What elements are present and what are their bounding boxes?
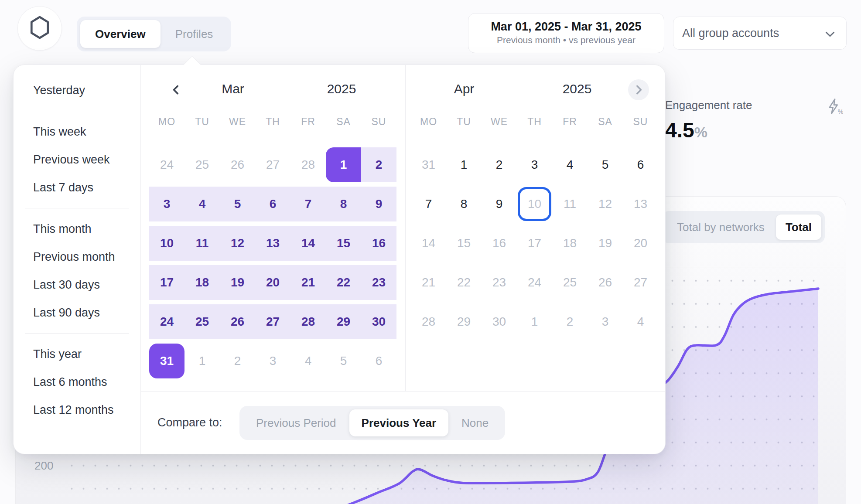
calendar-day[interactable]: 2 <box>361 147 396 182</box>
calendar-day[interactable]: 24 <box>149 147 184 182</box>
calendar-day[interactable]: 4 <box>623 304 658 339</box>
calendar-day[interactable]: 21 <box>290 265 326 300</box>
calendar-day[interactable]: 12 <box>220 226 255 261</box>
accounts-dropdown[interactable]: All group accounts <box>673 17 847 50</box>
calendar-day[interactable]: 25 <box>184 304 220 339</box>
calendar-day[interactable]: 28 <box>290 304 326 339</box>
calendar-day[interactable]: 8 <box>446 187 482 221</box>
calendar-day[interactable]: 26 <box>220 147 255 182</box>
calendar-day[interactable]: 1 <box>326 147 361 182</box>
compare-previous-period[interactable]: Previous Period <box>243 416 349 430</box>
calendar-day[interactable]: 8 <box>326 187 361 221</box>
calendar-day[interactable]: 31 <box>411 147 446 182</box>
calendar-day[interactable]: 24 <box>149 304 184 339</box>
preset-yesterday[interactable]: Yesterday <box>14 76 140 104</box>
calendar-day[interactable]: 21 <box>411 265 446 300</box>
date-range-button[interactable]: Mar 01, 2025 - Mar 31, 2025 Previous mon… <box>468 13 664 53</box>
calendar-day[interactable]: 30 <box>361 304 396 339</box>
calendar-day[interactable]: 12 <box>588 187 623 221</box>
calendar-day[interactable]: 9 <box>361 187 396 221</box>
preset-this-month[interactable]: This month <box>14 215 140 243</box>
preset-last-90-days[interactable]: Last 90 days <box>14 299 140 327</box>
calendar-day[interactable]: 3 <box>149 187 184 221</box>
calendar-day[interactable]: 1 <box>446 147 482 182</box>
preset-last-7-days[interactable]: Last 7 days <box>14 174 140 201</box>
calendar-day[interactable]: 5 <box>220 187 255 221</box>
calendar-day[interactable]: 11 <box>552 187 588 221</box>
calendar-day[interactable]: 6 <box>623 147 658 182</box>
calendar-day[interactable]: 19 <box>220 265 255 300</box>
calendar-day[interactable]: 26 <box>220 304 255 339</box>
prev-month-button[interactable] <box>166 79 187 100</box>
calendar-day[interactable]: 20 <box>623 226 658 261</box>
calendar-day[interactable]: 23 <box>482 265 517 300</box>
preset-previous-week[interactable]: Previous week <box>14 146 140 174</box>
calendar-day[interactable]: 18 <box>552 226 588 261</box>
calendar-day[interactable]: 2 <box>482 147 517 182</box>
next-month-button[interactable] <box>628 79 649 100</box>
calendar-day[interactable]: 4 <box>184 187 220 221</box>
preset-previous-month[interactable]: Previous month <box>14 243 140 271</box>
calendar-day[interactable]: 7 <box>290 187 326 221</box>
calendar-day[interactable]: 25 <box>552 265 588 300</box>
calendar-day[interactable]: 6 <box>255 187 290 221</box>
tab-profiles[interactable]: Profiles <box>161 20 228 48</box>
toggle-total-by-networks[interactable]: Total by networks <box>666 221 776 234</box>
calendar-day[interactable]: 27 <box>623 265 658 300</box>
preset-this-week[interactable]: This week <box>14 118 140 146</box>
calendar-day[interactable]: 17 <box>517 226 552 261</box>
calendar-day[interactable]: 1 <box>184 344 220 378</box>
calendar-day[interactable]: 5 <box>588 147 623 182</box>
calendar-day[interactable]: 16 <box>361 226 396 261</box>
calendar-day[interactable]: 2 <box>220 344 255 378</box>
calendar-day[interactable]: 22 <box>326 265 361 300</box>
calendar-day[interactable]: 13 <box>255 226 290 261</box>
calendar-day[interactable]: 28 <box>411 304 446 339</box>
calendar-day[interactable]: 29 <box>446 304 482 339</box>
calendar-day[interactable]: 3 <box>255 344 290 378</box>
calendar-day[interactable]: 30 <box>482 304 517 339</box>
calendar-day[interactable]: 27 <box>255 304 290 339</box>
calendar-day[interactable]: 23 <box>361 265 396 300</box>
calendar-day[interactable]: 17 <box>149 265 184 300</box>
calendar-day[interactable]: 16 <box>482 226 517 261</box>
preset-last-6-months[interactable]: Last 6 months <box>14 368 140 396</box>
calendar-day[interactable]: 25 <box>184 147 220 182</box>
preset-this-year[interactable]: This year <box>14 340 140 368</box>
calendar-day[interactable]: 31 <box>149 344 184 378</box>
calendar-day[interactable]: 4 <box>552 147 588 182</box>
calendar-day[interactable]: 15 <box>326 226 361 261</box>
toggle-total[interactable]: Total <box>776 215 821 240</box>
calendar-day[interactable]: 10 <box>517 187 552 221</box>
calendar-day[interactable]: 15 <box>446 226 482 261</box>
calendar-day[interactable]: 1 <box>517 304 552 339</box>
calendar-day[interactable]: 3 <box>517 147 552 182</box>
calendar-day[interactable]: 2 <box>552 304 588 339</box>
calendar-day[interactable]: 27 <box>255 147 290 182</box>
tab-overview[interactable]: Overview <box>80 20 161 48</box>
calendar-day[interactable]: 19 <box>588 226 623 261</box>
calendar-day[interactable]: 20 <box>255 265 290 300</box>
calendar-day[interactable]: 10 <box>149 226 184 261</box>
calendar-day[interactable]: 4 <box>290 344 326 378</box>
calendar-day[interactable]: 5 <box>326 344 361 378</box>
calendar-day[interactable]: 22 <box>446 265 482 300</box>
calendar-day[interactable]: 29 <box>326 304 361 339</box>
calendar-day[interactable]: 14 <box>290 226 326 261</box>
calendar-day[interactable]: 11 <box>184 226 220 261</box>
calendar-day[interactable]: 3 <box>588 304 623 339</box>
calendar-day[interactable]: 9 <box>482 187 517 221</box>
preset-last-12-months[interactable]: Last 12 months <box>14 396 140 424</box>
compare-previous-year[interactable]: Previous Year <box>349 409 449 436</box>
calendar-day[interactable]: 6 <box>361 344 396 378</box>
logo-button[interactable] <box>17 6 62 51</box>
calendar-day[interactable]: 18 <box>184 265 220 300</box>
calendar-day[interactable]: 24 <box>517 265 552 300</box>
calendar-day[interactable]: 14 <box>411 226 446 261</box>
calendar-day[interactable]: 26 <box>588 265 623 300</box>
compare-none[interactable]: None <box>448 416 502 430</box>
calendar-day[interactable]: 7 <box>411 187 446 221</box>
preset-last-30-days[interactable]: Last 30 days <box>14 271 140 299</box>
calendar-day[interactable]: 13 <box>623 187 658 221</box>
calendar-day[interactable]: 28 <box>290 147 326 182</box>
